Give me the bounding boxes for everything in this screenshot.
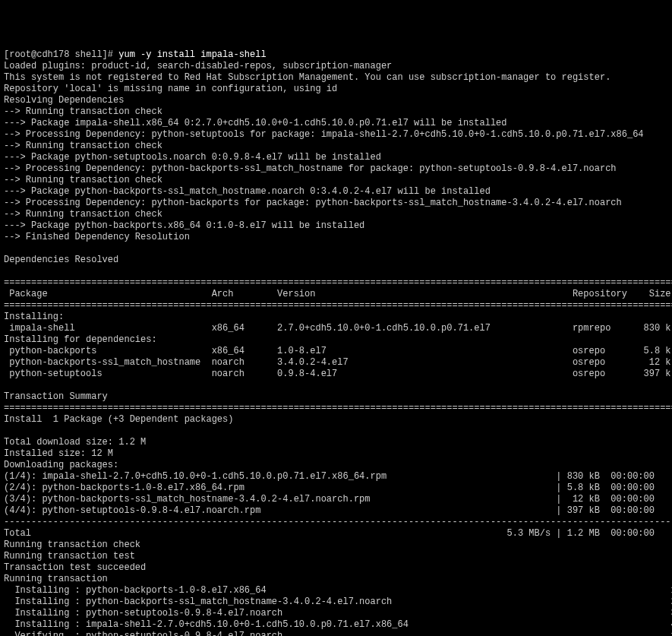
dep-packages-block: python-backports x86_64 1.0-8.el7 osrepo… — [4, 346, 668, 380]
packages-block: impala-shell x86_64 2.7.0+cdh5.10.0+0-1.… — [4, 323, 668, 334]
blank-line — [4, 426, 668, 437]
command-text: yum -y install impala-shell — [118, 49, 266, 60]
output-line: Transaction test succeeded — [4, 562, 668, 574]
package-row: python-setuptools noarch 0.9.8-4.el7 osr… — [4, 369, 668, 380]
install-step-row: Installing : python-backports-ssl_match_… — [4, 596, 668, 608]
shell-prompt: [root@cdh178 shell]# — [4, 49, 118, 60]
total-line: Total 5.3 MB/s | 1.2 MB 00:00:00 — [4, 528, 668, 539]
download-row: (4/4): python-setuptools-0.9.8-4.el7.noa… — [4, 505, 668, 517]
install-step-row: Verifying : python-setuptools-0.9.8-4.el… — [4, 631, 668, 636]
output-line: --> Running transaction check — [4, 175, 668, 186]
downloading-label: Downloading packages: — [4, 460, 668, 471]
run-block: Running transaction checkRunning transac… — [4, 539, 668, 585]
dash-divider: ----------------------------------------… — [4, 517, 668, 528]
download-row: (2/4): python-backports-1.0-8.el7.x86_64… — [4, 483, 668, 494]
blank-line — [4, 380, 668, 391]
download-row: (3/4): python-backports-ssl_match_hostna… — [4, 494, 668, 505]
output-line — [4, 243, 668, 255]
terminal-output: [root@cdh178 shell]# yum -y install impa… — [4, 49, 668, 636]
output-line: --> Running transaction check — [4, 106, 668, 118]
install-steps-block: Installing : python-backports-1.0-8.el7.… — [4, 585, 668, 636]
divider-line: ========================================… — [4, 300, 668, 312]
output-line: ---> Package python-backports-ssl_match_… — [4, 186, 668, 198]
output-line: --> Finished Dependency Resolution — [4, 232, 668, 243]
output-line: Resolving Dependencies — [4, 95, 668, 106]
total-download-size: Total download size: 1.2 M — [4, 437, 668, 448]
installing-label: Installing: — [4, 312, 668, 323]
dependency-resolution-block: Loaded plugins: product-id, search-disab… — [4, 61, 668, 277]
install-summary: Install 1 Package (+3 Dependent packages… — [4, 414, 668, 426]
output-line: Repository 'local' is missing name in co… — [4, 84, 668, 95]
installing-deps-label: Installing for dependencies: — [4, 334, 668, 346]
table-header: Package Arch Version Repository Size — [4, 289, 668, 300]
divider-line: ========================================… — [4, 403, 668, 414]
prompt-line: [root@cdh178 shell]# yum -y install impa… — [4, 49, 668, 61]
output-line: Running transaction test — [4, 551, 668, 562]
output-line: ---> Package impala-shell.x86_64 0:2.7.0… — [4, 118, 668, 129]
package-row: impala-shell x86_64 2.7.0+cdh5.10.0+0-1.… — [4, 323, 668, 334]
output-line: --> Processing Dependency: python-backpo… — [4, 198, 668, 209]
output-line: Loaded plugins: product-id, search-disab… — [4, 61, 668, 72]
output-line: --> Running transaction check — [4, 141, 668, 152]
downloads-block: (1/4): impala-shell-2.7.0+cdh5.10.0+0-1.… — [4, 471, 668, 517]
output-line: --> Processing Dependency: python-setupt… — [4, 129, 668, 141]
output-line: ---> Package python-backports.x86_64 0:1… — [4, 220, 668, 232]
install-step-row: Installing : impala-shell-2.7.0+cdh5.10.… — [4, 619, 668, 631]
output-line: Running transaction check — [4, 539, 668, 551]
download-row: (1/4): impala-shell-2.7.0+cdh5.10.0+0-1.… — [4, 471, 668, 483]
output-line: --> Running transaction check — [4, 209, 668, 220]
package-row: python-backports x86_64 1.0-8.el7 osrepo… — [4, 346, 668, 357]
package-row: python-backports-ssl_match_hostname noar… — [4, 357, 668, 369]
install-step-row: Installing : python-backports-1.0-8.el7.… — [4, 585, 668, 596]
output-line: ---> Package python-setuptools.noarch 0:… — [4, 152, 668, 163]
output-line — [4, 266, 668, 277]
transaction-summary-label: Transaction Summary — [4, 391, 668, 403]
output-line: Dependencies Resolved — [4, 255, 668, 266]
install-step-row: Installing : python-setuptools-0.9.8-4.e… — [4, 608, 668, 619]
divider-line: ========================================… — [4, 277, 668, 289]
installed-size: Installed size: 12 M — [4, 448, 668, 460]
output-line: This system is not registered to Red Hat… — [4, 72, 668, 84]
output-line: --> Processing Dependency: python-backpo… — [4, 163, 668, 175]
output-line: Running transaction — [4, 574, 668, 585]
